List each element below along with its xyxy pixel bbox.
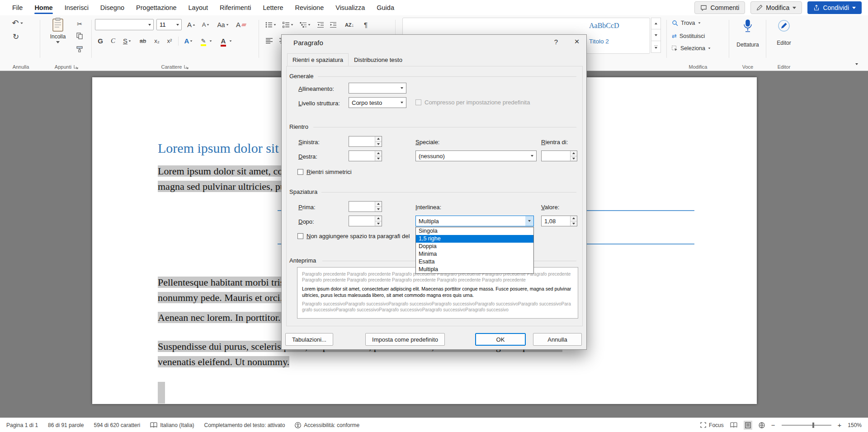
no-space-between-paragraphs-checkbox[interactable]: Non aggiungere spazio tra paragrafi del <box>297 233 410 239</box>
editing-mode-button[interactable]: Modifica <box>750 1 802 14</box>
zoom-in-button[interactable]: + <box>838 421 842 429</box>
replace-button[interactable]: ⇄ Sostituisci <box>672 33 705 39</box>
tab-layout[interactable]: Layout <box>183 1 214 14</box>
tab-distribuzione-testo[interactable]: Distribuzione testo <box>349 53 408 66</box>
spinner-buttons[interactable] <box>570 151 577 161</box>
bold-button[interactable]: G <box>95 35 106 47</box>
dropdown-item-esatta[interactable]: Esatta <box>416 258 533 266</box>
read-mode-button[interactable] <box>730 422 737 428</box>
numbering-button[interactable] <box>280 19 296 30</box>
tab-riferimenti[interactable]: Riferimenti <box>214 1 257 14</box>
word-count[interactable]: 86 di 91 parole <box>48 422 84 428</box>
doc-line[interactable]: nonummy pede. Mauris et orci. <box>158 290 283 305</box>
doc-line[interactable]: venenatis eleifend. Ut nonummy. <box>158 354 289 369</box>
bullets-button[interactable] <box>263 19 278 30</box>
tab-progettazione[interactable]: Progettazione <box>130 1 182 14</box>
highlight-button[interactable]: ✎ <box>198 35 215 47</box>
paste-button[interactable]: Incolla <box>45 18 71 61</box>
indent-right-spinner[interactable] <box>349 150 382 161</box>
focus-mode-button[interactable]: Focus <box>700 422 724 428</box>
dialog-titlebar[interactable]: Paragrafo <box>282 35 586 50</box>
tab-home[interactable]: Home <box>28 1 58 14</box>
outline-level-combo[interactable]: Corpo testo <box>349 97 406 108</box>
collapsed-by-default-checkbox[interactable]: Compresso per impostazione predefinita <box>415 99 530 106</box>
styles-scroll-up-button[interactable] <box>651 18 661 29</box>
format-painter-button[interactable] <box>74 44 85 54</box>
tab-revisione[interactable]: Revisione <box>289 1 330 14</box>
align-left-button[interactable] <box>263 35 275 47</box>
redo-button[interactable]: ↻ <box>10 31 22 42</box>
font-dialog-launcher[interactable] <box>184 65 189 69</box>
styles-scroll-down-button[interactable] <box>651 29 661 41</box>
spacing-at-spinner[interactable]: 1,08 <box>541 216 577 226</box>
zoom-level[interactable]: 150% <box>848 422 862 428</box>
tab-inserisci[interactable]: Inserisci <box>59 1 94 14</box>
subscript-button[interactable]: x₂ <box>151 35 163 47</box>
dropdown-item-multipla[interactable]: Multipla <box>416 266 533 273</box>
special-combo[interactable]: (nessuno) <box>415 150 537 161</box>
editor-button[interactable]: Editor <box>768 19 800 46</box>
clear-formatting-button[interactable]: A <box>234 19 248 30</box>
alignment-combo[interactable] <box>349 83 406 94</box>
ok-button[interactable]: OK <box>475 333 526 346</box>
find-button[interactable]: Trova <box>672 20 701 26</box>
dropdown-item-minima[interactable]: Minima <box>416 250 533 258</box>
multilevel-list-button[interactable] <box>297 19 313 30</box>
show-marks-button[interactable]: ¶ <box>360 19 372 30</box>
dropdown-item-doppia[interactable]: Doppia <box>416 243 533 250</box>
proofing-status[interactable]: Italiano (Italia) <box>150 422 194 428</box>
undo-button[interactable]: ↶ <box>10 17 25 29</box>
spinner-buttons[interactable] <box>375 136 382 146</box>
select-button[interactable]: Seleziona <box>672 45 711 52</box>
tab-lettere[interactable]: Lettere <box>257 1 289 14</box>
web-layout-button[interactable] <box>759 422 765 428</box>
spinner-buttons[interactable] <box>570 216 577 226</box>
share-button[interactable]: Condividi <box>807 1 862 14</box>
tabs-button[interactable]: Tabulazioni... <box>285 333 333 346</box>
font-color-button[interactable]: A <box>218 35 235 47</box>
strikethrough-button[interactable]: ab <box>137 35 149 47</box>
styles-more-button[interactable] <box>651 41 661 53</box>
accessibility-status[interactable]: Accessibilità: conforme <box>295 422 359 428</box>
shrink-font-button[interactable]: A <box>199 19 212 30</box>
zoom-slider-thumb[interactable] <box>812 423 814 428</box>
spinner-buttons[interactable] <box>375 202 382 211</box>
copy-button[interactable] <box>74 31 85 41</box>
comments-button[interactable]: Commenti <box>694 1 745 14</box>
tab-rientri-e-spaziatura[interactable]: Rientri e spaziatura <box>287 53 349 66</box>
print-layout-button[interactable] <box>744 421 752 430</box>
clipboard-dialog-launcher[interactable] <box>74 65 78 69</box>
style-card-titolo2[interactable]: AaBbCcD Titolo 2 <box>589 22 646 45</box>
tab-guida[interactable]: Guida <box>371 1 400 14</box>
text-effects-button[interactable]: A <box>181 35 196 47</box>
dropdown-item-singola[interactable]: Singola <box>416 227 533 235</box>
character-count[interactable]: 594 di 620 caratteri <box>94 422 140 428</box>
tab-visualizza[interactable]: Visualizza <box>330 1 371 14</box>
zoom-slider[interactable] <box>782 425 831 426</box>
superscript-button[interactable]: x² <box>164 35 175 47</box>
spinner-buttons[interactable] <box>375 151 382 161</box>
indent-by-spinner[interactable] <box>541 150 577 161</box>
tab-disegno[interactable]: Disegno <box>94 1 130 14</box>
indent-left-spinner[interactable] <box>349 136 382 147</box>
set-as-default-button[interactable]: Imposta come predefinito <box>365 333 445 346</box>
page-indicator[interactable]: Pagina 1 di 1 <box>6 422 38 428</box>
spinner-buttons[interactable] <box>375 216 382 226</box>
italic-button[interactable]: C <box>108 35 118 47</box>
underline-button[interactable]: S <box>119 35 135 47</box>
tab-file[interactable]: File <box>6 1 28 14</box>
dictate-button[interactable]: Dettatura <box>731 19 765 48</box>
text-completion-status[interactable]: Completamento del testo: attivato <box>204 422 285 428</box>
cancel-button[interactable]: Annulla <box>533 333 582 346</box>
decrease-indent-button[interactable] <box>315 19 326 30</box>
spacing-before-spinner[interactable] <box>349 201 382 212</box>
font-size-combo[interactable]: 11 <box>156 19 182 30</box>
collapse-ribbon-button[interactable] <box>855 59 858 67</box>
mirror-indents-checkbox[interactable]: Rientri simmetrici <box>297 169 352 175</box>
grow-font-button[interactable]: A <box>184 19 198 30</box>
dropdown-item-15-righe[interactable]: 1,5 righe <box>416 235 533 243</box>
line-spacing-combo[interactable]: Multipla <box>415 216 534 226</box>
change-case-button[interactable]: Aa <box>214 19 231 30</box>
cut-button[interactable]: ✂ <box>74 19 85 29</box>
sort-button[interactable]: AZ↓ <box>342 19 357 30</box>
